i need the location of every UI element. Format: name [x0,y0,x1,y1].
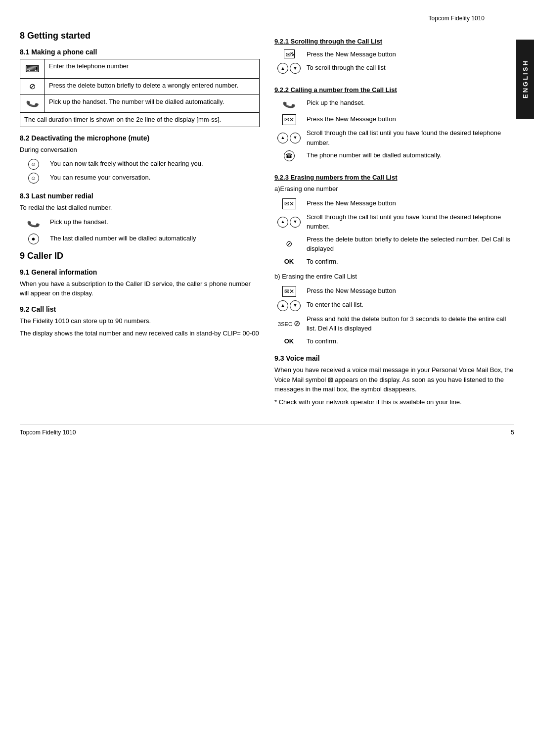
table921-row1-text: Press the New Message button [304,48,514,61]
delete-icon-923a: ⊘ [274,233,304,255]
ok-icon-923a: OK [274,255,304,268]
table-82: ☺ You can now talk freely without the ca… [20,157,260,185]
section8-title: 8 Getting started [20,31,260,41]
table923a-row3-text: Press the delete button briefly to delet… [304,233,514,255]
main-content: 8 Getting started 8.1 Making a phone cal… [20,26,514,410]
down-arrow-923a: ▼ [290,217,301,228]
section82-sub: During conversation [20,145,260,155]
table923b-row3-text: Press and hold the delete button for 3 s… [304,313,514,335]
table82-row1-text: You can now talk freely without the call… [47,157,260,171]
section922-title: 9.2.2 Calling a number from the Call Lis… [274,86,397,94]
section923-subb: b) Erasing the entire Call List [274,272,514,282]
sec-delete-icon-923b: 3SEC ⊘ [274,313,304,335]
table923a-row1-text: Press the New Message button [304,197,514,211]
section92-title: 9.2 Call list [20,305,260,313]
table81-row3-text: Pick up the handset. The number will be … [45,95,260,113]
table-83: 📞 Pick up the handset. ● The last dialle… [20,216,260,246]
table923b-row1-text: Press the New Message button [304,284,514,298]
handset-icon-83: 📞 [20,216,47,232]
right-column: 9.2.1 Scrolling through the Call List ✉✕… [274,26,514,410]
section93-text1: When you have received a voice mail mess… [274,365,514,394]
table921-row2-text: To scroll through the call list [304,61,514,76]
dial-icon-922: ☎ [274,149,304,163]
section923-title: 9.2.3 Erasing numbers from the Call List [274,174,398,181]
table-81: ⌨ Enter the telephone number ⊘ Press the… [20,59,260,127]
table81-row1-text: Enter the telephone number [45,59,260,79]
section93-text2: * Check with your network operator if th… [274,397,514,407]
left-column: 8 Getting started 8.1 Making a phone cal… [20,26,260,410]
up-arrow-923a: ▲ [277,217,288,228]
section92-text1: The Fidelity 1010 can store up to 90 num… [20,316,260,326]
msg-icon-922: ✉✕ [274,113,304,127]
section9-title: 9 Caller ID [20,251,260,261]
page-wrapper: Topcom Fidelity 1010 ENGLISH 8 Getting s… [0,0,534,456]
section81-title: 8.1 Making a phone call [20,48,260,56]
table81-row4-text: The call duration timer is shown on the … [20,113,260,127]
msg-icon-923a-1: ✉✕ [274,197,304,211]
table923b-row4-text: To confirm. [304,335,514,348]
table922-row1-text: Pick up the handset. [304,96,514,113]
delete-icon-81: ⊘ [20,79,45,95]
mute-icon-1: ☺ [20,157,47,171]
page-header: Topcom Fidelity 1010 [20,15,514,22]
section921-title: 9.2.1 Scrolling through the Call List [274,38,382,45]
table923a-row4-text: To confirm. [304,255,514,268]
nav-arrows-922: ▲ ▼ [274,127,304,149]
msg-icon-923b-1: ✉✕ [274,284,304,298]
table922-row3-text: Scroll through the call list until you h… [304,127,514,149]
msg-icon-921: ✉✕ [274,48,304,61]
nav-arrows-921: ▲ ▼ [274,61,304,76]
table-921: ✉✕ Press the New Message button ▲ ▼ To s… [274,48,514,75]
table923b-row2-text: To enter the call list. [304,298,514,313]
table-923a: ✉✕ Press the New Message button ▲ ▼ Scro… [274,197,514,268]
brand-label: Topcom Fidelity 1010 [429,15,485,22]
handset-icon-922: 📞 [274,96,304,113]
language-tab: ENGLISH [516,40,534,119]
table81-row2-text: Press the delete button briefly to delet… [45,79,260,95]
table922-row2-text: Press the New Message button [304,113,514,127]
section83-title: 8.3 Last number redial [20,192,260,200]
table82-row2-text: You can resume your conversation. [47,171,260,185]
nav-arrows-923b: ▲ ▼ [274,298,304,313]
handset-icon-81: 📞 [20,95,45,113]
table-923b: ✉✕ Press the New Message button ▲ ▼ To e… [274,284,514,347]
footer-page-number: 5 [511,429,514,436]
section82-title: 8.2 Deactivating the microphone (mute) [20,134,260,142]
up-arrow-922: ▲ [277,133,288,143]
down-arrow-921: ▼ [290,63,301,74]
table922-row4-text: The phone number will be dialled automat… [304,149,514,163]
mute-icon-2: ☺ [20,171,47,185]
table-922: 📞 Pick up the handset. ✉✕ Press the New … [274,96,514,163]
table83-row2-text: The last dialled number will be dialled … [47,232,260,246]
page-footer: Topcom Fidelity 1010 5 [20,425,514,436]
up-arrow-923b: ▲ [277,300,288,311]
section91-text: When you have a subscription to the Call… [20,279,260,298]
ok-icon-923b: OK [274,335,304,348]
section83-sub: To redial the last dialled number. [20,203,260,213]
keypad-icon: ⌨ [20,59,45,79]
table83-row1-text: Pick up the handset. [47,216,260,232]
section923-suba: a)Erasing one number [274,184,514,194]
section92-text2: The display shows the total number and n… [20,329,260,338]
nav-arrows-923a: ▲ ▼ [274,211,304,233]
down-arrow-922: ▼ [290,133,301,143]
table923a-row2-text: Scroll through the call list until you h… [304,211,514,233]
section91-title: 9.1 General information [20,268,260,276]
redial-icon: ● [20,232,47,246]
up-arrow-921: ▲ [277,63,288,74]
section93-title: 9.3 Voice mail [274,354,514,362]
down-arrow-923b: ▼ [290,300,301,311]
footer-brand: Topcom Fidelity 1010 [20,429,76,436]
